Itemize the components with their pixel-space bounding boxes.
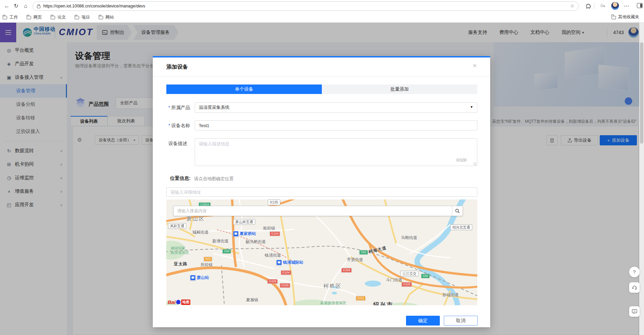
page-scrollbar[interactable] [639, 23, 644, 335]
map-label: G104 [270, 232, 280, 236]
folder-icon [27, 16, 31, 19]
map-search [173, 206, 463, 216]
bookmark-folder[interactable]: 项目 [75, 15, 90, 20]
map-label: 钱清街道 [265, 253, 281, 258]
map-label: G329 [267, 279, 278, 284]
map-label: 新塘街道 [212, 239, 229, 243]
map-label: 湘湖国家 旅游度假区 [170, 246, 189, 255]
modal-tabs: 单个设备 批量添加 [166, 85, 477, 94]
address-input[interactable] [166, 187, 477, 197]
map-label: G329 [402, 282, 412, 287]
map-label: 杨汛桥街道 [245, 239, 266, 244]
bookmark-folder[interactable]: 网页 [27, 15, 42, 20]
map-label: 绍兴市 [373, 302, 393, 305]
map-label: 萧山站 [190, 275, 209, 281]
map-label: S211 [356, 296, 365, 301]
refresh-icon[interactable]: ↻ [14, 3, 18, 9]
folder-icon [3, 16, 7, 19]
screen: ← ↻ ⌂ https://open.iot.10086.cn/console/… [0, 0, 644, 335]
map-label: 夏履镇 [246, 297, 258, 302]
confirm-button[interactable]: 确定 [406, 316, 440, 326]
other-bookmarks[interactable]: 其他收藏夹 [612, 14, 640, 20]
product-select[interactable]: 温湿度采集系统 [195, 102, 477, 113]
map-label: 衙前镇 [263, 226, 275, 231]
favorites-bar-icon[interactable]: ☆≡ [600, 3, 605, 8]
device-desc-textarea[interactable] [195, 138, 477, 166]
bookmark-folder[interactable]: 网站 [99, 15, 114, 20]
support-button[interactable] [629, 282, 640, 293]
tab-single-device[interactable]: 单个设备 [166, 85, 322, 94]
map-label: 萧山东互通 [233, 219, 255, 225]
home-icon[interactable]: ⌂ [24, 3, 27, 9]
folder-icon [51, 16, 55, 19]
map-label: 所前镇 [200, 262, 213, 267]
required-mark: * [168, 123, 170, 128]
map-label: 斗门街道 [386, 278, 402, 282]
map-label: G104 [281, 270, 291, 275]
folder-icon [612, 16, 616, 19]
map-label: 鉴湖旅游度假区 [320, 301, 346, 305]
feedback-icon [632, 309, 637, 314]
map-label: X135 [268, 199, 280, 205]
map-label: S03 [204, 257, 212, 261]
required-mark: * [168, 105, 170, 110]
map-label: 亚太路 [174, 262, 188, 267]
map-label: 夏家桥站 [233, 231, 256, 237]
map-label: 齐贤街道 [347, 257, 363, 262]
close-icon[interactable]: × [473, 62, 477, 70]
baidu-map[interactable]: X135G2504萧山区萧山东互通风彩互通衙前镇城厢街道夏家桥站G104新塘街道… [166, 199, 477, 305]
cancel-button[interactable]: 取消 [444, 316, 478, 326]
scrollbar-thumb[interactable] [640, 42, 643, 144]
modal-header-divider [153, 76, 490, 76]
map-label: 绍兴北互通 [450, 224, 472, 230]
folder-icon [75, 16, 79, 19]
lock-icon [37, 4, 41, 8]
bookmarks-bar: 工作 网页 论文 项目 网站 [0, 12, 644, 23]
extensions-icon[interactable] [586, 3, 591, 10]
map-label: G329 [341, 268, 352, 272]
map-label: 马鞍街道 [401, 235, 417, 240]
baidu-paw-icon [176, 300, 181, 304]
product-field-label: *所属产品 [168, 105, 190, 111]
tab-batch-add[interactable]: 批量添加 [322, 85, 477, 94]
location-hint: 请点击地图确定位置 [194, 176, 234, 182]
map-label: G92 [359, 250, 368, 255]
device-name-input[interactable] [195, 120, 477, 130]
name-field-label: *设备名称 [168, 123, 190, 129]
question-icon: ? [633, 269, 636, 275]
modal-title: 添加设备 [166, 64, 188, 71]
back-icon[interactable]: ← [4, 3, 9, 9]
map-label: 三江立交 [400, 271, 419, 277]
address-bar[interactable]: https://open.iot.10086.cn/console/device… [32, 1, 579, 11]
favorite-star-icon[interactable]: ☆ [570, 3, 574, 8]
bookmark-folder[interactable]: 工作 [3, 15, 18, 20]
map-label: G60 [222, 249, 231, 254]
bookmark-folder[interactable]: 论文 [51, 15, 66, 20]
map-label: 钱清城际站 [276, 260, 303, 265]
resize-grip-icon[interactable] [473, 162, 476, 165]
folder-icon [99, 16, 103, 19]
map-label: 柯海大道 [368, 245, 387, 255]
browser-avatar[interactable] [611, 2, 619, 10]
map-label: 城厢街道 [192, 230, 209, 235]
sidebar-panel-icon[interactable] [637, 3, 643, 8]
map-label: 风彩互通 [168, 223, 186, 229]
map-label: G329 [280, 283, 290, 288]
map-label: G92 [421, 274, 430, 278]
baidu-logo: Bai 地图 [168, 299, 190, 305]
map-search-button[interactable] [452, 206, 463, 216]
browser-toolbar: ← ↻ ⌂ https://open.iot.10086.cn/console/… [0, 0, 644, 12]
search-icon [455, 209, 460, 213]
feedback-button[interactable] [629, 306, 640, 317]
help-button[interactable]: ? [629, 267, 640, 277]
more-menu-icon[interactable]: ⋯ [624, 3, 629, 9]
desc-field-label: 设备描述 [168, 141, 187, 147]
location-label: 位置信息: [170, 175, 191, 182]
map-label: 孙端街道 [443, 292, 459, 297]
headset-icon [632, 285, 637, 290]
map-search-input[interactable] [173, 206, 452, 216]
toolbar-divider [594, 3, 594, 9]
map-label: 萧山区 [187, 216, 205, 222]
map-label: 柯桥区 [324, 283, 342, 289]
add-device-modal: 添加设备 × 单个设备 批量添加 *所属产品 温湿度采集系统 ▼ *设备名称 设… [153, 56, 490, 327]
